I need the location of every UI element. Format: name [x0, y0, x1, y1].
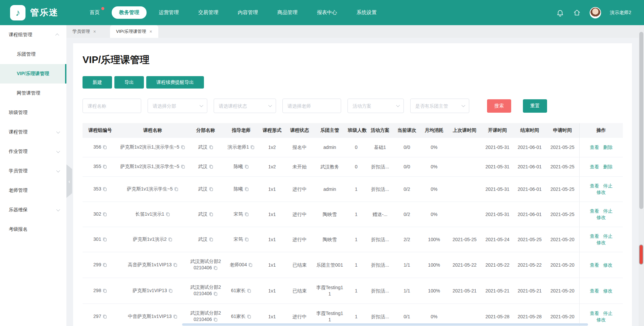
action-view-link[interactable]: 查看	[590, 183, 599, 188]
copy-icon[interactable]	[213, 291, 218, 297]
sidebar-item-course-mgmt[interactable]: 课程管理	[0, 122, 66, 142]
nav-item-operation[interactable]: 运营管理	[151, 6, 186, 19]
filter-teacher-input[interactable]	[283, 103, 341, 109]
sidebar-item-vip-course-mgmt[interactable]: VIP/乐理课管理	[0, 64, 66, 84]
copy-icon[interactable]	[250, 145, 255, 151]
action-view-link[interactable]: 查看	[590, 164, 599, 169]
copy-icon[interactable]	[103, 314, 107, 320]
sidebar-item-homework-mgmt[interactable]: 作业管理	[0, 142, 66, 161]
sidebar-collapse-handle[interactable]: ‹	[66, 164, 72, 198]
export-button[interactable]: 导出	[114, 76, 144, 89]
search-button[interactable]: 搜索	[487, 99, 511, 113]
action-view-link[interactable]: 查看	[590, 208, 599, 214]
action-view-link[interactable]: 查看	[590, 145, 599, 150]
copy-icon[interactable]	[245, 164, 249, 170]
sidebar-item-exam-signup[interactable]: 考级报名	[0, 220, 66, 239]
action-delete-link[interactable]: 删除	[603, 164, 612, 169]
copy-icon[interactable]	[181, 145, 185, 151]
renewal-reminder-export-button[interactable]: 课程续费提醒导出	[146, 76, 204, 89]
copy-icon[interactable]	[247, 288, 251, 294]
copy-icon[interactable]	[209, 164, 213, 170]
action-stop-link[interactable]: 停止	[603, 233, 612, 239]
action-stop-link[interactable]: 停止	[603, 183, 612, 188]
sidebar-item-student-mgmt[interactable]: 学员管理	[0, 161, 66, 181]
action-view-link[interactable]: 查看	[590, 262, 599, 268]
filter-activity-plan-input[interactable]	[348, 103, 404, 109]
copy-icon[interactable]	[168, 288, 173, 294]
create-button[interactable]: 新建	[83, 76, 112, 89]
horizontal-scrollbar[interactable]	[182, 323, 588, 326]
cell-progress: 0/0	[393, 138, 420, 157]
nav-item-content[interactable]: 内容管理	[230, 6, 265, 19]
copy-icon[interactable]	[245, 237, 249, 243]
filter-activity-plan[interactable]	[347, 99, 404, 113]
bell-icon[interactable]	[556, 9, 564, 17]
filter-course-status-input[interactable]	[214, 103, 276, 109]
reset-button[interactable]: 重置	[523, 99, 547, 113]
filter-has-orchestra-manager[interactable]	[410, 99, 469, 113]
sidebar-item-orchestra-mgmt[interactable]: 乐团管理	[0, 45, 66, 64]
copy-icon[interactable]	[181, 164, 185, 170]
copy-icon[interactable]	[103, 145, 107, 151]
action-delete-link[interactable]: 删除	[603, 145, 612, 150]
copy-icon[interactable]	[245, 186, 249, 193]
tab-student-mgmt[interactable]: 学员管理×	[66, 25, 110, 38]
action-modify-link[interactable]: 修改	[596, 317, 606, 322]
action-view-link[interactable]: 查看	[590, 288, 599, 293]
action-modify-link[interactable]: 修改	[603, 288, 612, 293]
nav-item-edu[interactable]: 教务管理	[112, 6, 147, 19]
sidebar-item-class-mgmt[interactable]: 班级管理	[0, 103, 66, 122]
sidebar-item-instrument-maintenance[interactable]: 乐器维保	[0, 200, 66, 220]
nav-item-system[interactable]: 系统设置	[349, 6, 384, 19]
action-view-link[interactable]: 查看	[590, 311, 599, 316]
filter-course-name[interactable]	[83, 99, 141, 113]
action-modify-link[interactable]: 修改	[596, 240, 606, 245]
copy-icon[interactable]	[173, 314, 177, 320]
action-modify-link[interactable]: 修改	[603, 262, 612, 268]
copy-icon[interactable]	[173, 262, 177, 269]
action-modify-link[interactable]: 修改	[596, 189, 606, 195]
copy-icon[interactable]	[209, 145, 213, 151]
filter-has-orchestra-manager-input[interactable]	[411, 103, 469, 109]
close-icon[interactable]: ×	[93, 29, 96, 34]
filter-teacher[interactable]	[282, 99, 341, 113]
action-view-link[interactable]: 查看	[590, 233, 599, 239]
copy-icon[interactable]	[166, 212, 170, 218]
copy-icon[interactable]	[209, 237, 213, 243]
close-icon[interactable]: ×	[150, 29, 152, 34]
action-stop-link[interactable]: 停止	[603, 311, 612, 316]
vertical-scrollbar[interactable]	[639, 25, 644, 326]
copy-icon[interactable]	[168, 237, 172, 243]
copy-icon[interactable]	[103, 186, 107, 193]
nav-item-home[interactable]: 首页	[82, 6, 107, 19]
copy-icon[interactable]	[103, 237, 107, 243]
copy-icon[interactable]	[209, 212, 213, 218]
filter-branch[interactable]	[148, 99, 207, 113]
avatar[interactable]	[590, 7, 601, 18]
nav-item-trade[interactable]: 交易管理	[191, 6, 226, 19]
home-icon[interactable]	[573, 9, 581, 17]
filter-course-status[interactable]	[214, 99, 276, 113]
sidebar-item-course-group-mgmt[interactable]: 课程组管理	[0, 25, 66, 45]
sidebar-item-online-course-mgmt[interactable]: 网管课管理	[0, 84, 66, 103]
copy-icon[interactable]	[245, 212, 249, 218]
action-stop-link[interactable]: 停止	[603, 208, 612, 214]
copy-icon[interactable]	[103, 262, 107, 269]
copy-icon[interactable]	[213, 317, 218, 323]
sidebar-item-teacher-mgmt[interactable]: 老师管理	[0, 181, 66, 200]
copy-icon[interactable]	[103, 288, 107, 294]
copy-icon[interactable]	[247, 314, 251, 320]
tab-vip-course-mgmt[interactable]: VIP/乐理课管理×	[110, 25, 158, 38]
filter-branch-input[interactable]	[148, 103, 207, 109]
copy-icon[interactable]	[174, 186, 178, 193]
filter-course-name-input[interactable]	[83, 103, 141, 109]
nav-item-report[interactable]: 报表中心	[310, 6, 344, 19]
vertical-scrollbar-thumb[interactable]	[639, 32, 643, 209]
copy-icon[interactable]	[103, 212, 107, 218]
nav-item-goods[interactable]: 商品管理	[270, 6, 305, 19]
copy-icon[interactable]	[248, 262, 253, 269]
copy-icon[interactable]	[213, 265, 218, 272]
copy-icon[interactable]	[209, 186, 213, 193]
action-modify-link[interactable]: 修改	[596, 215, 606, 220]
copy-icon[interactable]	[103, 164, 107, 170]
